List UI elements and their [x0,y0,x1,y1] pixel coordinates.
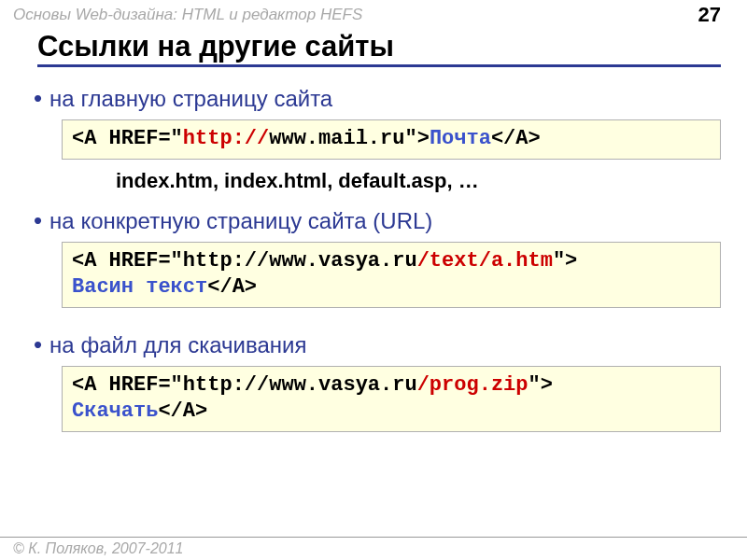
bullet-item-1: • на главную страницу сайта [34,86,721,112]
code-line-1: <A HREF="http://www.vasya.ru/prog.zip"> [72,372,711,399]
code-example-2: <A HREF="http://www.vasya.ru/text/a.htm"… [62,242,721,308]
code-text: "> [553,249,577,273]
slide-title: Ссылки на другие сайты [37,30,721,63]
bullet-item-2: • на конкретную страницу сайта (URL) [34,208,721,234]
title-block: Ссылки на другие сайты [37,30,721,67]
code-link-text: Васин текст [72,275,207,299]
code-link-text: Почта [430,127,491,150]
page-number: 27 [698,3,721,27]
code-path: /text/a.htm [417,249,553,273]
course-title: Основы Web-дизайна: HTML и редактор HEFS [13,6,362,24]
bullet-text: на файл для скачивания [49,332,306,358]
bullet-icon: • [34,88,42,108]
code-text: "> [404,127,429,150]
code-text: <A HREF="http://www.vasya.ru [72,249,417,273]
bullet-text: на главную страницу сайта [49,86,332,112]
index-files-note: index.htm, index.html, default.asp, … [116,169,721,193]
bullet-icon: • [34,334,42,355]
code-link-text: Скачать [72,399,158,423]
slide-content: • на главную страницу сайта <A HREF="htt… [0,67,747,432]
code-text: <A HREF="http://www.vasya.ru [72,373,417,397]
code-path: /prog.zip [417,373,529,397]
code-host: www.mail.ru [269,127,404,150]
code-close: </A> [158,399,207,423]
slide-footer: © К. Поляков, 2007-2011 [0,537,747,560]
code-protocol: http:// [183,127,269,150]
code-line-1: <A HREF="http://www.vasya.ru/text/a.htm"… [72,248,711,275]
code-text: "> [529,373,553,397]
code-text: <A HREF=" [72,127,183,150]
code-close: </A> [207,275,257,299]
code-close: </A> [491,127,541,150]
slide-header: Основы Web-дизайна: HTML и редактор HEFS… [0,0,747,30]
code-line-2: Васин текст</A> [72,274,711,301]
code-example-1: <A HREF="http://www.mail.ru">Почта</A> [62,119,721,160]
bullet-icon: • [34,210,42,231]
code-line-2: Скачать</A> [72,399,711,426]
bullet-text: на конкретную страницу сайта (URL) [49,208,432,234]
copyright: © К. Поляков, 2007-2011 [13,540,183,556]
code-example-3: <A HREF="http://www.vasya.ru/prog.zip"> … [62,366,721,432]
bullet-item-3: • на файл для скачивания [34,332,721,358]
